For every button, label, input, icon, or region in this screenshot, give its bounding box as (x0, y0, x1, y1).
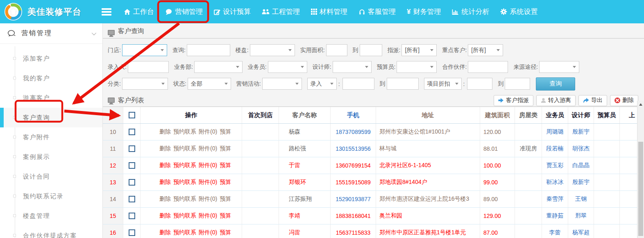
op-appointment-link[interactable]: 预约联系 (173, 162, 196, 169)
usable-area-max-input[interactable] (360, 44, 382, 56)
usable-area-min-input[interactable] (326, 44, 347, 56)
search-button[interactable]: 查询 (536, 77, 575, 91)
op-appointment-link[interactable]: 预约联系 (173, 179, 196, 186)
nav-item-settings[interactable]: 系统设置 (500, 7, 537, 16)
salesman-link[interactable]: 李蕾 (549, 229, 561, 236)
op-delete-link[interactable]: 删除 (159, 195, 171, 203)
date-to-input[interactable] (387, 78, 419, 90)
op-delete-link[interactable]: 删除 (159, 162, 171, 169)
activity-select[interactable] (262, 78, 302, 90)
designer-link[interactable]: 殷新宇 (572, 179, 590, 186)
export-button[interactable]: 导出 (578, 95, 607, 106)
sidebar-item-free-customers[interactable]: 游离客户 (0, 88, 102, 108)
sidebar-item-my-customers[interactable]: 我的客户 (0, 68, 102, 88)
designer-select[interactable] (333, 61, 372, 73)
sidebar-item-customer-query[interactable]: 客户查询 (0, 108, 102, 127)
salesman-link[interactable]: 靳冰冰 (546, 179, 564, 186)
sidebar-item-add-customer[interactable]: 添加客户 (0, 49, 102, 68)
assign-customer-button[interactable]: 客户指派 (494, 95, 533, 106)
nav-item-project[interactable]: 工程管理 (262, 7, 300, 16)
move-to-free-button[interactable]: 转入游离 (536, 95, 576, 106)
nav-item-material[interactable]: 材料管理 (311, 7, 347, 16)
salesman-link[interactable]: 段若楠 (546, 145, 564, 152)
op-budget-link[interactable]: 预算 (220, 179, 231, 186)
sidebar-group-marketing[interactable]: 营销管理 (0, 23, 102, 44)
dept-select[interactable] (194, 61, 243, 73)
op-budget-link[interactable]: 预算 (220, 162, 231, 169)
delete-button[interactable]: 删除 (610, 95, 638, 106)
op-attachment-link[interactable]: 附件(0) (199, 212, 217, 220)
op-budget-link[interactable]: 预算 (220, 212, 231, 220)
designer-link[interactable]: 白晶晶 (572, 162, 590, 169)
row-checkbox[interactable] (129, 179, 135, 186)
op-appointment-link[interactable]: 预约联系 (173, 229, 196, 236)
op-appointment-link[interactable]: 预约联系 (173, 212, 196, 220)
nav-item-statistics[interactable]: 统计分析 (452, 7, 489, 16)
discount-select[interactable]: 项目折扣 (424, 78, 462, 90)
designer-link[interactable]: 殷新宇 (572, 128, 590, 136)
status-select[interactable]: 全部 (188, 78, 231, 90)
designer-link[interactable]: 王钢 (575, 195, 587, 203)
sidebar-item-design-contract[interactable]: 设计合同 (0, 167, 102, 186)
op-attachment-link[interactable]: 附件(0) (199, 128, 217, 136)
op-delete-link[interactable]: 删除 (159, 212, 171, 220)
op-attachment-link[interactable]: 附件(0) (199, 179, 217, 186)
nav-item-service[interactable]: 客服管理 (358, 7, 396, 16)
row-checkbox[interactable] (129, 196, 135, 202)
op-attachment-link[interactable]: 附件(0) (199, 195, 217, 203)
salesman-link[interactable]: 秦雪萍 (546, 195, 564, 203)
designer-link[interactable]: 胡张杰 (572, 145, 590, 152)
row-checkbox[interactable] (129, 162, 135, 169)
op-budget-link[interactable]: 预算 (220, 128, 231, 136)
discount-from-input[interactable] (467, 78, 492, 90)
op-delete-link[interactable]: 删除 (159, 128, 171, 136)
sidebar-item-building-management[interactable]: 楼盘管理 (0, 206, 102, 226)
date-type-select[interactable]: 录入 (307, 78, 337, 90)
op-delete-link[interactable]: 删除 (159, 229, 171, 236)
menu-toggle-icon[interactable] (102, 8, 111, 16)
nav-item-finance[interactable]: ¥ 财务管理 (407, 7, 441, 16)
row-checkbox[interactable] (129, 145, 135, 152)
op-delete-link[interactable]: 删除 (159, 179, 171, 186)
op-appointment-link[interactable]: 预约联系 (173, 145, 196, 152)
salesman-select[interactable] (268, 61, 307, 73)
row-checkbox[interactable] (129, 213, 135, 219)
scroll-up-button[interactable] (637, 101, 644, 108)
op-attachment-link[interactable]: 附件(0) (199, 145, 217, 152)
op-budget-link[interactable]: 预算 (220, 195, 231, 203)
budgeter-select[interactable] (397, 61, 437, 73)
op-attachment-link[interactable]: 附件(0) (199, 162, 217, 169)
date-from-input[interactable] (342, 78, 374, 90)
salesman-link[interactable]: 周璐璐 (546, 128, 564, 136)
source-select[interactable] (539, 61, 579, 73)
vip-select[interactable]: [所有] (468, 44, 503, 56)
nav-item-marketing[interactable]: 营销管理 (165, 7, 203, 16)
op-appointment-link[interactable]: 预约联系 (173, 128, 196, 136)
row-checkbox[interactable] (129, 129, 135, 135)
salesman-link[interactable]: 贾玉彩 (546, 162, 564, 169)
op-appointment-link[interactable]: 预约联系 (173, 195, 196, 203)
category-select[interactable] (122, 78, 168, 90)
op-attachment-link[interactable]: 附件(0) (199, 229, 217, 236)
op-delete-link[interactable]: 删除 (159, 145, 171, 152)
discount-to-input[interactable] (505, 78, 530, 90)
entry-person-input[interactable] (128, 61, 169, 73)
op-budget-link[interactable]: 预算 (220, 145, 231, 152)
building-select[interactable] (250, 44, 295, 56)
designer-link[interactable]: 邢翠 (575, 212, 587, 220)
query-input[interactable] (187, 44, 230, 56)
select-all-checkbox[interactable] (129, 112, 135, 118)
salesman-link[interactable]: 董静茹 (546, 212, 564, 220)
partner-input[interactable] (468, 61, 508, 73)
store-select[interactable] (122, 44, 167, 56)
sidebar-item-partner-commission[interactable]: 合作伙伴提成方案 (0, 226, 102, 238)
sidebar-item-appointment-records[interactable]: 预约联系记录 (0, 186, 102, 206)
assign-select[interactable]: [所有] (401, 44, 437, 56)
nav-item-workbench[interactable]: 工作台 (124, 7, 154, 16)
scrollbar-thumb[interactable] (638, 142, 643, 236)
sidebar-item-customer-attachments[interactable]: 客户附件 (0, 127, 102, 147)
sidebar-item-case-display[interactable]: 案例展示 (0, 147, 102, 167)
op-budget-link[interactable]: 预算 (220, 229, 231, 236)
row-checkbox[interactable] (129, 229, 135, 236)
nav-item-design-budget[interactable]: 设计预算 (214, 7, 251, 16)
